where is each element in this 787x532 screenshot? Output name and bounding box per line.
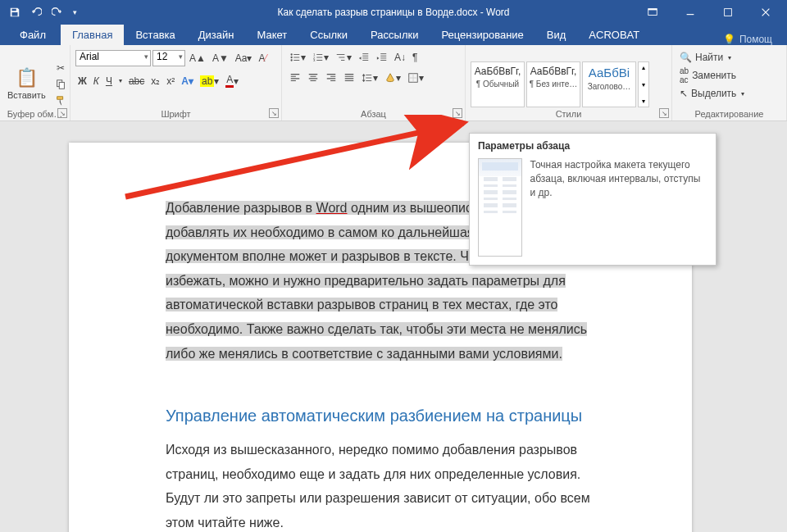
group-paragraph-label: Абзац xyxy=(282,109,465,119)
ribbon-display-icon[interactable] xyxy=(635,0,671,24)
redo-icon[interactable] xyxy=(49,5,66,20)
tab-layout[interactable]: Макет xyxy=(245,25,298,45)
search-icon: 🔍 xyxy=(680,52,692,63)
multilevel-icon[interactable]: ▾ xyxy=(333,50,354,65)
increase-indent-icon[interactable] xyxy=(374,50,390,65)
svg-point-7 xyxy=(290,59,292,61)
svg-rect-2 xyxy=(725,8,732,16)
tooltip-description: Точная настройка макета текущего абзаца,… xyxy=(530,158,707,257)
svg-text:3: 3 xyxy=(313,58,316,62)
styles-launcher[interactable]: ↘ xyxy=(659,108,669,118)
group-font-label: Шрифт xyxy=(71,109,281,119)
borders-icon[interactable]: ▾ xyxy=(405,70,426,85)
shrink-font-icon[interactable]: A▼ xyxy=(210,51,231,66)
italic-button[interactable]: К xyxy=(91,74,102,89)
underline-dropdown[interactable]: ▾ xyxy=(116,75,125,86)
group-font: Arial 12 A▲ A▼ Aa▾ A∕ Ж К Ч▾ abc x₂ x² A… xyxy=(71,45,282,120)
paste-icon[interactable]: 📋 xyxy=(5,67,48,89)
style-normal[interactable]: АаБбВвГг,¶ Обычный xyxy=(471,61,525,107)
shading-icon[interactable]: ▾ xyxy=(382,70,403,85)
line-spacing-icon[interactable]: ▾ xyxy=(359,70,380,85)
pilcrow-icon[interactable]: ¶ xyxy=(410,50,420,65)
bullets-icon[interactable]: ▾ xyxy=(287,50,308,65)
svg-point-5 xyxy=(290,53,292,55)
tab-insert[interactable]: Вставка xyxy=(124,25,186,45)
underline-button[interactable]: Ч xyxy=(103,74,115,89)
numbering-icon[interactable]: 123▾ xyxy=(310,50,331,65)
group-editing-label: Редактирование xyxy=(672,109,786,119)
decrease-indent-icon[interactable] xyxy=(356,50,372,65)
replace-icon: abac xyxy=(680,66,689,84)
heading-2[interactable]: Управление автоматическим разбиением на … xyxy=(166,403,595,428)
group-editing: 🔍Найти▾ abacЗаменить ↖Выделить▾ Редактир… xyxy=(672,45,787,120)
font-launcher[interactable]: ↘ xyxy=(269,108,279,118)
align-center-icon[interactable] xyxy=(305,70,321,85)
qat-customize-icon[interactable]: ▾ xyxy=(71,7,80,18)
minimize-icon[interactable] xyxy=(672,0,708,24)
cursor-icon: ↖ xyxy=(680,88,688,99)
tab-design[interactable]: Дизайн xyxy=(187,25,246,45)
lightbulb-icon: 💡 xyxy=(723,34,735,45)
font-color-icon[interactable]: A▾ xyxy=(223,72,241,89)
tab-review[interactable]: Рецензирование xyxy=(430,25,535,45)
highlight-icon[interactable]: ab▾ xyxy=(198,74,221,89)
grow-font-icon[interactable]: A▲ xyxy=(187,51,208,66)
style-no-spacing[interactable]: АаБбВвГг,¶ Без инте… xyxy=(526,61,580,107)
tab-mailings[interactable]: Рассылки xyxy=(359,25,430,45)
align-left-icon[interactable] xyxy=(287,70,303,85)
group-styles-label: Стили xyxy=(466,109,671,119)
tab-acrobat[interactable]: ACROBAT xyxy=(577,25,651,45)
select-button[interactable]: ↖Выделить▾ xyxy=(677,87,781,100)
window-title: Как сделать разрыв страницы в Ворде.docx… xyxy=(277,7,509,18)
ribbon: 📋 Вставить ✂ Буфер обм… ↘ Arial 12 A▲ A▼… xyxy=(0,45,787,121)
tab-references[interactable]: Ссылки xyxy=(298,25,359,45)
maximize-icon[interactable] xyxy=(710,0,746,24)
tab-view[interactable]: Вид xyxy=(535,25,578,45)
format-painter-icon[interactable] xyxy=(52,93,69,108)
svg-point-6 xyxy=(290,57,292,58)
subscript-button[interactable]: x₂ xyxy=(148,74,162,89)
group-paragraph: ▾ 123▾ ▾ A↓ ¶ ▾ ▾ ▾ Абзац ↘ xyxy=(282,45,466,120)
doc-name: Как сделать разрыв страницы в Ворде.docx xyxy=(277,7,477,18)
paragraph-launcher[interactable]: ↘ xyxy=(453,108,462,118)
tooltip-title: Параметры абзаца xyxy=(470,134,716,155)
tell-me[interactable]: 💡Помощ xyxy=(723,34,787,45)
undo-icon[interactable] xyxy=(28,5,44,20)
svg-rect-1 xyxy=(648,8,657,10)
styles-gallery-more[interactable]: ▴▾▾ xyxy=(638,61,649,107)
copy-icon[interactable] xyxy=(52,77,69,92)
tab-home[interactable]: Главная xyxy=(61,25,124,45)
superscript-button[interactable]: x² xyxy=(164,74,177,89)
justify-icon[interactable] xyxy=(341,70,357,85)
align-right-icon[interactable] xyxy=(323,70,339,85)
app-name: Word xyxy=(486,7,509,18)
clear-format-icon[interactable]: A∕ xyxy=(256,51,267,66)
ribbon-tabs: Файл Главная Вставка Дизайн Макет Ссылки… xyxy=(0,24,787,45)
replace-button[interactable]: abacЗаменить xyxy=(677,66,781,85)
save-icon[interactable] xyxy=(7,5,23,20)
bold-button[interactable]: Ж xyxy=(75,74,89,89)
sort-icon[interactable]: A↓ xyxy=(392,50,408,65)
text-effects-icon[interactable]: A▾ xyxy=(179,74,196,89)
style-heading1[interactable]: АаБбВіЗаголово… xyxy=(582,61,636,107)
clipboard-launcher[interactable]: ↘ xyxy=(57,108,67,118)
paragraph-settings-tooltip: Параметры абзаца Точная настройка макета… xyxy=(469,133,716,266)
change-case-icon[interactable]: Aa▾ xyxy=(233,51,255,66)
paragraph-2[interactable]: Исходя из вышесказанного, нередко помимо… xyxy=(166,438,595,532)
cut-icon[interactable]: ✂ xyxy=(52,61,69,75)
title-bar: ▾ Как сделать разрыв страницы в Ворде.do… xyxy=(0,0,787,24)
font-name-select[interactable]: Arial xyxy=(75,50,151,66)
font-size-select[interactable]: 12 xyxy=(152,50,185,66)
group-clipboard: 📋 Вставить ✂ Буфер обм… ↘ xyxy=(0,45,71,120)
close-icon[interactable] xyxy=(748,0,784,24)
svg-rect-4 xyxy=(59,82,64,89)
paste-button[interactable]: Вставить xyxy=(5,89,48,102)
group-styles: АаБбВвГг,¶ Обычный АаБбВвГг,¶ Без инте… … xyxy=(466,45,672,120)
tooltip-thumbnail xyxy=(478,158,522,257)
tab-file[interactable]: Файл xyxy=(8,25,57,45)
strike-button[interactable]: abc xyxy=(126,74,147,89)
find-button[interactable]: 🔍Найти▾ xyxy=(677,51,781,64)
